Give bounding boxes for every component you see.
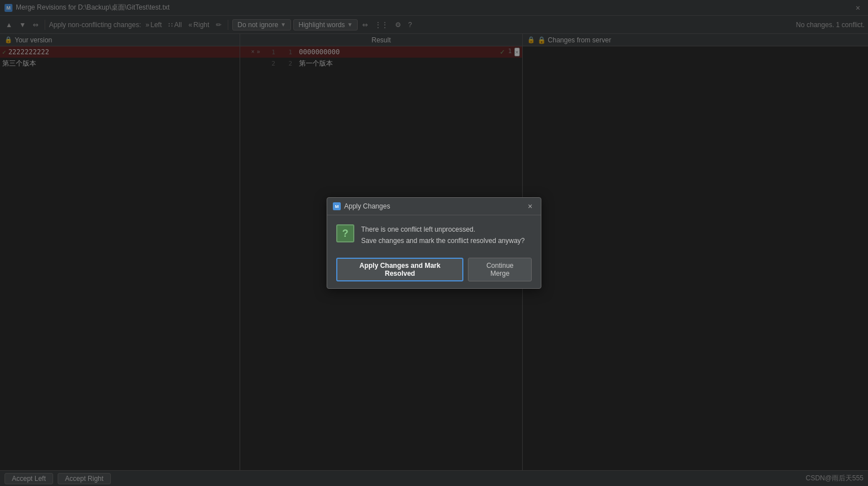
apply-changes-mark-resolved-button[interactable]: Apply Changes and Mark Resolved xyxy=(336,258,463,281)
modal-message-line2: Save changes and mark the conflict resol… xyxy=(361,236,525,246)
modal-message-line1: There is one conflict left unprocessed. xyxy=(361,224,525,235)
modal-close-button[interactable]: × xyxy=(525,201,535,211)
modal-title: Apply Changes xyxy=(344,202,522,210)
modal-icon: M xyxy=(333,202,341,210)
modal-footer: Apply Changes and Mark Resolved Continue… xyxy=(327,253,541,288)
modal-overlay: M Apply Changes × ? There is one conflic… xyxy=(0,0,868,486)
modal-body: ? There is one conflict left unprocessed… xyxy=(327,215,541,253)
apply-changes-dialog: M Apply Changes × ? There is one conflic… xyxy=(327,197,541,288)
modal-title-bar: M Apply Changes × xyxy=(327,198,541,215)
question-icon: ? xyxy=(336,224,354,242)
continue-merge-button[interactable]: Continue Merge xyxy=(468,258,532,281)
modal-message: There is one conflict left unprocessed. … xyxy=(361,224,525,246)
